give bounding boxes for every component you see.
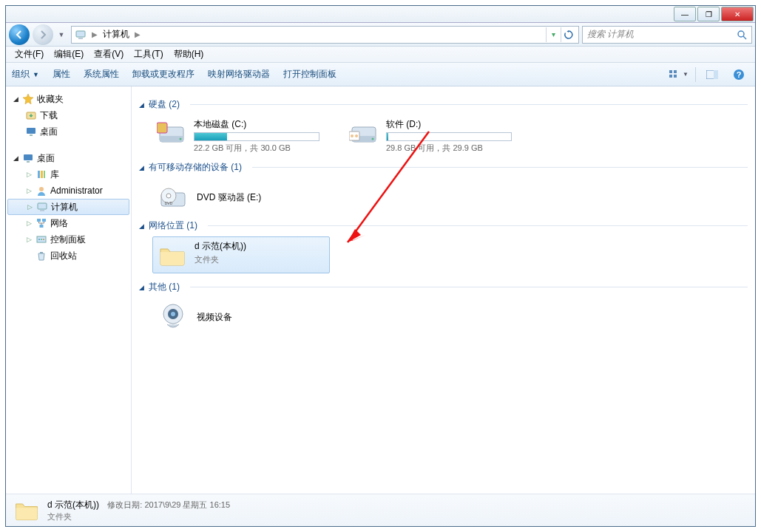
group-header-other-label: 其他 (1) (149, 281, 180, 293)
toolbar-uninstall[interactable]: 卸载或更改程序 (132, 68, 195, 81)
toolbar-organize-label: 组织 (12, 68, 30, 81)
expand-icon[interactable]: ▷ (25, 219, 33, 227)
svg-rect-22 (40, 210, 44, 211)
svg-rect-0 (76, 31, 85, 37)
nav-history-dropdown[interactable]: ▼ (56, 27, 67, 43)
sidebar-admin[interactable]: ▷ Administrator (6, 183, 131, 199)
star-icon (22, 93, 34, 105)
menu-tools[interactable]: 工具(T) (129, 47, 167, 62)
sidebar-computer[interactable]: ▷ 计算机 (7, 199, 129, 215)
sidebar-desktop-root-label: 桌面 (37, 152, 55, 165)
toolbar-control-panel[interactable]: 打开控制面板 (283, 68, 336, 81)
sidebar-favorites-label: 收藏夹 (37, 93, 64, 106)
sidebar-network[interactable]: ▷ 网络 (6, 215, 131, 231)
svg-rect-30 (40, 252, 43, 253)
expand-icon[interactable]: ▷ (26, 203, 33, 211)
svg-point-29 (43, 239, 44, 240)
search-input[interactable]: 搜索 计算机 (582, 26, 752, 44)
sidebar-recycle[interactable]: 回收站 (6, 248, 131, 264)
address-dropdown[interactable]: ▾ (546, 27, 561, 42)
svg-rect-19 (44, 171, 45, 178)
search-placeholder: 搜索 计算机 (587, 28, 634, 41)
network-folder[interactable]: d 示范(本机)) 文件夹 (152, 236, 330, 273)
dvd-icon: DVD (157, 183, 189, 212)
svg-point-43 (166, 194, 171, 198)
minimize-button[interactable]: — (674, 7, 696, 21)
refresh-button[interactable] (561, 27, 575, 42)
menu-view[interactable]: 查看(V) (89, 47, 128, 62)
expand-icon[interactable]: ▷ (25, 187, 33, 194)
titlebar[interactable]: — ❐ ✕ (6, 6, 755, 23)
sidebar-desktop-fav[interactable]: 桌面 (6, 123, 131, 140)
preview-pane-button[interactable] (702, 66, 723, 83)
menu-help[interactable]: 帮助(H) (169, 47, 209, 62)
svg-line-3 (743, 36, 746, 39)
downloads-icon (25, 109, 37, 121)
menu-file[interactable]: 文件(F) (10, 47, 48, 62)
group-header-hdd[interactable]: ◢ 硬盘 (2) (139, 98, 748, 111)
help-button[interactable]: ? (728, 66, 749, 83)
breadcrumb-computer[interactable]: 计算机 (103, 28, 129, 41)
drive-d-free-text: 29.8 GB 可用，共 29.9 GB (386, 143, 519, 154)
drive-d-usage-bar (386, 132, 512, 141)
toolbar-organize[interactable]: 组织 ▼ (12, 68, 39, 81)
video-device[interactable]: 视频设备 (152, 298, 330, 336)
svg-point-20 (39, 187, 44, 191)
help-icon: ? (733, 69, 745, 81)
webcam-icon (157, 302, 189, 332)
recycle-icon (35, 250, 47, 262)
svg-rect-7 (674, 75, 677, 78)
group-header-netloc[interactable]: ◢ 网络位置 (1) (139, 219, 748, 232)
status-meta-value: 2017\9\29 星期五 16:15 (144, 500, 230, 509)
folder-icon (13, 497, 40, 524)
toolbar-map-drive[interactable]: 映射网络驱动器 (208, 68, 270, 81)
collapse-icon[interactable]: ◢ (12, 154, 19, 162)
close-button[interactable]: ✕ (721, 7, 754, 21)
toolbar-properties[interactable]: 属性 (53, 68, 70, 81)
address-bar[interactable]: ▶ 计算机 ▶ ▾ (71, 26, 579, 44)
hdd-icon (348, 118, 380, 148)
group-header-removable[interactable]: ◢ 有可移动存储的设备 (1) (139, 161, 748, 174)
expand-icon[interactable]: ▷ (25, 171, 33, 178)
sidebar-favorites[interactable]: ◢ 收藏夹 (6, 91, 131, 107)
sidebar-downloads[interactable]: 下载 (6, 107, 131, 123)
nav-back-button[interactable] (9, 24, 30, 45)
collapse-icon: ◢ (139, 284, 144, 291)
svg-rect-24 (42, 219, 46, 222)
svg-point-47 (171, 312, 175, 316)
dvd-drive-label: DVD 驱动器 (E:) (197, 191, 261, 204)
nav-forward-button (33, 24, 53, 45)
desktop-icon (22, 152, 34, 164)
user-icon (35, 185, 47, 197)
network-icon (35, 217, 47, 229)
svg-point-28 (41, 239, 42, 240)
toolbar-system-properties[interactable]: 系统属性 (84, 68, 119, 81)
status-type: 文件夹 (47, 511, 230, 522)
sidebar-admin-label: Administrator (50, 185, 103, 196)
drive-c[interactable]: 本地磁盘 (C:) 22.2 GB 可用，共 30.0 GB (152, 115, 330, 157)
folder-icon (156, 240, 189, 270)
collapse-icon[interactable]: ◢ (12, 95, 19, 103)
group-header-other[interactable]: ◢ 其他 (1) (139, 281, 748, 293)
maximize-button[interactable]: ❐ (697, 7, 720, 21)
sidebar-libraries[interactable]: ▷ 库 (6, 166, 131, 183)
drive-d[interactable]: 软件 (D:) 29.8 GB 可用，共 29.9 GB (345, 115, 522, 157)
expand-icon[interactable]: ▷ (25, 236, 33, 243)
svg-rect-13 (27, 128, 35, 134)
breadcrumb-sep-icon: ▶ (135, 30, 141, 38)
chevron-down-icon: ▼ (33, 71, 39, 78)
sidebar-controlpanel[interactable]: ▷ 控制面板 (6, 231, 131, 248)
desktop-icon (25, 126, 37, 137)
menu-edit[interactable]: 编辑(E) (50, 47, 88, 62)
nav-row: ▼ ▶ 计算机 ▶ ▾ 搜索 计算机 (6, 23, 755, 47)
video-device-label: 视频设备 (197, 311, 232, 324)
view-options-button[interactable]: ▼ (669, 66, 689, 83)
svg-point-2 (738, 31, 744, 37)
breadcrumb-sep-icon: ▶ (92, 30, 98, 38)
sidebar-desktop-root[interactable]: ◢ 桌面 (6, 150, 131, 166)
status-bar: d 示范(本机)) 修改日期: 2017\9\29 星期五 16:15 文件夹 (6, 494, 755, 526)
dvd-drive[interactable]: DVD DVD 驱动器 (E:) (152, 178, 330, 216)
refresh-icon (564, 30, 573, 39)
svg-rect-14 (30, 134, 33, 136)
svg-point-27 (38, 239, 40, 240)
